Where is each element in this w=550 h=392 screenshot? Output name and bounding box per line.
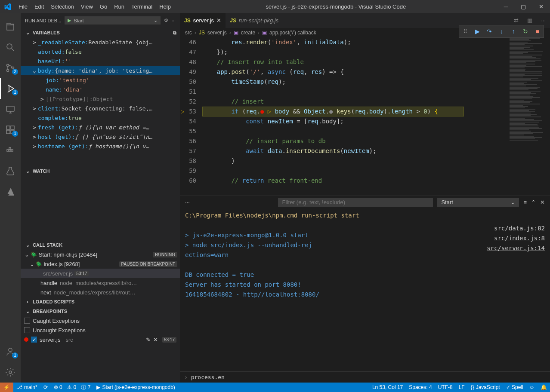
menu-run[interactable]: Run (111, 3, 128, 10)
menu-help[interactable]: Help (156, 3, 174, 10)
stack-frame[interactable]: src/server.js53:17 (21, 269, 180, 278)
tab-server-js[interactable]: JSserver.js✕ (180, 13, 226, 28)
accounts-icon[interactable]: 1 (0, 341, 21, 362)
filter-input[interactable] (278, 198, 433, 207)
encoding[interactable]: UTF-8 (435, 384, 456, 390)
edit-icon[interactable]: ✎ (146, 337, 151, 343)
svg-rect-5 (6, 126, 10, 129)
bug-icon: 🪲 (35, 261, 42, 267)
breakpoint-row[interactable]: Uncaught Exceptions (21, 325, 180, 335)
step-out-icon[interactable]: ↑ (508, 26, 519, 37)
close-panel-icon[interactable]: ✕ (540, 199, 545, 205)
feedback-icon[interactable]: ☺ (526, 384, 538, 390)
language-mode[interactable]: {}JavaScript (468, 384, 503, 390)
indentation[interactable]: Spaces: 4 (406, 384, 435, 390)
debug-console-panel: ··· Start⌄ ≡ ⌃ ✕ C:\Program Files\nodejs… (180, 196, 550, 383)
checkbox[interactable]: ✓ (31, 337, 37, 343)
minimize-button[interactable]: ─ (497, 3, 514, 10)
cursor-position[interactable]: Ln 53, Col 17 (369, 384, 406, 390)
variable-row[interactable]: >hostname (get): ƒ hostname(){\n v… (21, 141, 180, 151)
close-icon[interactable]: ✕ (153, 337, 158, 343)
git-branch[interactable]: ⎇main* (13, 384, 40, 390)
stack-frame[interactable]: handlenode_modules/express/lib/ro… (21, 278, 180, 288)
variable-row[interactable]: >client: Socket {connecting: false,… (21, 104, 180, 113)
continue-icon[interactable]: ▶ (472, 26, 482, 37)
more-icon[interactable]: ··· (537, 17, 550, 24)
variable-row[interactable]: >fresh (get): ƒ (){\n var method =… (21, 122, 180, 132)
loaded-scripts-header[interactable]: ›LOADED SCRIPTS (21, 297, 180, 306)
eol[interactable]: LF (456, 384, 468, 390)
drag-handle-icon[interactable]: ⠿ (460, 26, 470, 37)
debug-repl-input[interactable]: › process.en (180, 371, 550, 383)
callstack-header[interactable]: ⌄CALL STACK (21, 240, 180, 250)
problems[interactable]: ⊗ 0 ⚠ 0 ⓘ 7 (51, 384, 94, 391)
azure-icon[interactable] (0, 181, 21, 202)
split-editor-icon[interactable]: ▥ (523, 17, 537, 24)
restart-icon[interactable]: ↻ (520, 26, 531, 37)
debug-target[interactable]: ▶Start (js-e2e-express-mongodb) (93, 384, 178, 390)
extensions-icon[interactable]: 1 (0, 119, 21, 140)
variable-row[interactable]: job: 'testing' (21, 75, 180, 85)
menu-selection[interactable]: Selection (47, 3, 77, 10)
scm-icon[interactable]: 2 (0, 58, 21, 78)
tab-run-script-pkg[interactable]: JSrun-script-pkg.js (226, 13, 283, 28)
search-icon[interactable] (0, 37, 21, 58)
menu-edit[interactable]: Edit (31, 3, 47, 10)
code-editor[interactable]: 464748495051525354555657585960 res.rende… (180, 37, 550, 196)
menu-file[interactable]: File (15, 3, 31, 10)
breakpoint-row[interactable]: Caught Exceptions (21, 316, 180, 325)
sync-button[interactable]: ⟳ (40, 384, 51, 390)
debug-toolbar[interactable]: ⠿ ▶ ↷ ↓ ↑ ↻ ■ (459, 25, 544, 38)
debug-icon[interactable]: 1 (0, 78, 21, 99)
remote-explorer-icon[interactable] (0, 99, 21, 119)
checkbox[interactable] (24, 327, 30, 333)
source-links[interactable]: src/data.js:82 src/index.js:8 src/server… (487, 224, 545, 253)
js-file-icon: JS (184, 18, 191, 24)
editor-area: JSserver.js✕ JSrun-script-pkg.js ⇄ ▥ ···… (180, 13, 550, 383)
watch-header[interactable]: ⌄WATCH (21, 166, 180, 176)
step-into-icon[interactable]: ↓ (496, 26, 507, 37)
minimap[interactable] (507, 37, 550, 196)
settings-gear-icon[interactable] (0, 362, 21, 383)
menu-go[interactable]: Go (96, 3, 111, 10)
docker-icon[interactable] (0, 140, 21, 161)
menu-view[interactable]: View (77, 3, 96, 10)
close-button[interactable]: ✕ (532, 3, 550, 10)
variable-row[interactable]: name: 'dina' (21, 85, 180, 94)
variable-row[interactable]: >_readableState: ReadableState {obj… (21, 37, 180, 47)
variable-row[interactable]: >[[Prototype]]: Object (21, 94, 180, 104)
window-title: server.js - js-e2e-express-mongodb - Vis… (174, 3, 497, 10)
variables-header[interactable]: ⌄VARIABLES⧉ (21, 28, 180, 37)
variable-row[interactable]: >host (get): ƒ () {\n"use strict"\n… (21, 132, 180, 141)
collapse-icon[interactable]: ⧉ (173, 30, 176, 36)
breakpoints-header[interactable]: ⌄BREAKPOINTS (21, 306, 180, 316)
spell-check[interactable]: ✓ Spell (503, 384, 526, 390)
checkbox[interactable] (24, 318, 30, 324)
more-icon[interactable]: ··· (185, 199, 190, 205)
word-wrap-icon[interactable]: ≡ (523, 199, 527, 205)
close-icon[interactable]: ✕ (216, 17, 221, 24)
js-file-icon: JS (230, 18, 236, 24)
launch-target-select[interactable]: Start⌄ (437, 198, 519, 207)
stop-icon[interactable]: ■ (532, 26, 543, 37)
explorer-icon[interactable] (0, 16, 21, 37)
variable-row[interactable]: aborted: false (21, 47, 180, 56)
testing-icon[interactable] (0, 161, 21, 181)
notifications-icon[interactable]: 🔔 (538, 384, 550, 390)
breakpoint-row[interactable]: ✓server.jssrc✎✕53:17 (21, 335, 180, 344)
debug-console-output[interactable]: C:\Program Files\nodejs\npm.cmd run-scri… (180, 208, 550, 371)
remote-indicator[interactable]: ⚡ (0, 383, 13, 392)
stack-frame[interactable]: nextnode_modules/express/lib/rout… (21, 288, 180, 297)
compare-icon[interactable]: ⇄ (510, 17, 523, 24)
gear-icon[interactable]: ⚙ (164, 18, 168, 23)
menu-terminal[interactable]: Terminal (128, 3, 156, 10)
start-debug-icon[interactable]: ▶ (68, 18, 71, 23)
launch-config-select[interactable]: ▶ Start ⌄ (65, 16, 160, 24)
chevron-up-icon[interactable]: ⌃ (531, 199, 536, 205)
more-icon[interactable]: ··· (172, 18, 176, 23)
maximize-button[interactable]: ▢ (514, 3, 532, 10)
variable-row[interactable]: ⌄body: {name: 'dina', job: 'testing… (21, 66, 180, 75)
variable-row[interactable]: complete: true (21, 113, 180, 122)
step-over-icon[interactable]: ↷ (484, 26, 494, 37)
variable-row[interactable]: baseUrl: '' (21, 56, 180, 66)
